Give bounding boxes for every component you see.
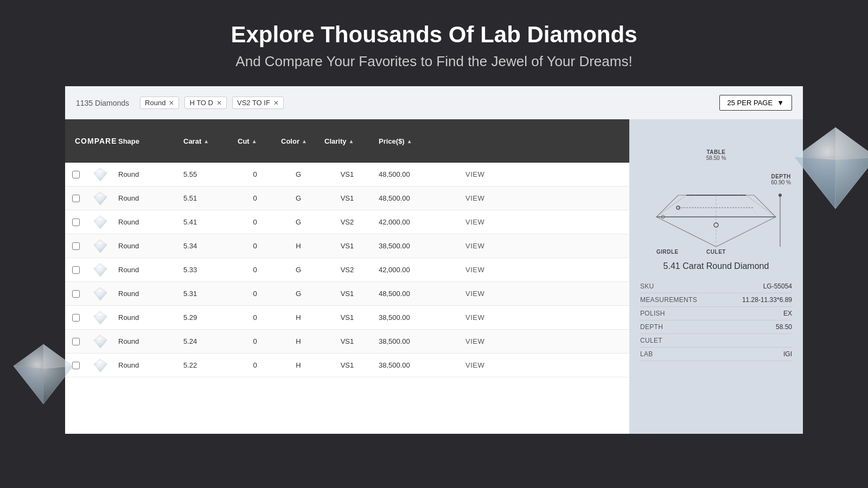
cut-header[interactable]: Cut ▲ <box>233 129 277 154</box>
color-cell: H <box>277 356 320 375</box>
clarity-filter-tag[interactable]: VS2 TO IF ✕ <box>232 97 284 109</box>
carat-cell: 5.22 <box>179 356 233 375</box>
view-link[interactable]: VIEW <box>465 194 484 202</box>
cut-cell: 0 <box>233 332 277 351</box>
view-cell: VIEW <box>461 332 515 351</box>
cut-cell: 0 <box>233 165 277 184</box>
view-cell: VIEW <box>461 165 515 184</box>
cut-sort-icon: ▲ <box>252 138 257 144</box>
table-row: Round 5.22 0 H VS1 38,500.00 VIEW <box>65 354 629 377</box>
sub-title: And Compare Your Favorites to Find the J… <box>11 53 857 70</box>
cut-cell: 0 <box>233 260 277 279</box>
view-link[interactable]: VIEW <box>465 361 484 369</box>
view-link[interactable]: VIEW <box>465 242 484 250</box>
row-checkbox[interactable] <box>72 171 80 178</box>
carat-header[interactable]: Carat ▲ <box>179 129 233 154</box>
clarity-cell: VS1 <box>320 236 374 255</box>
svg-marker-27 <box>656 195 776 217</box>
shape-header-label: Shape <box>118 137 139 145</box>
svg-marker-48 <box>795 157 835 209</box>
view-cell: VIEW <box>461 284 515 303</box>
row-checkbox[interactable] <box>72 290 80 298</box>
color-header[interactable]: Color ▲ <box>277 129 320 154</box>
svg-marker-1 <box>100 168 107 174</box>
clarity-filter-close[interactable]: ✕ <box>273 99 279 107</box>
color-filter-label: H TO D <box>189 99 213 107</box>
shape-cell: Round <box>114 332 179 351</box>
shape-cell: Round <box>114 189 179 208</box>
clarity-cell: VS1 <box>320 356 374 375</box>
carat-cell: 5.29 <box>179 308 233 327</box>
table-row: Round 5.29 0 H VS1 38,500.00 VIEW <box>65 306 629 330</box>
icon-header-cell <box>87 132 114 150</box>
clarity-filter-label: VS2 TO IF <box>237 99 270 107</box>
compare-button[interactable]: COMPARE <box>69 128 82 154</box>
view-cell: VIEW <box>461 260 515 279</box>
color-cell: G <box>277 165 320 184</box>
spec-label: LAB <box>640 350 653 358</box>
carat-header-label: Carat <box>183 137 201 145</box>
color-cell: H <box>277 332 320 351</box>
spec-value: EX <box>783 310 792 317</box>
view-link[interactable]: VIEW <box>465 218 484 226</box>
row-checkbox-cell <box>65 309 87 327</box>
diamond-icon-cell <box>87 358 114 373</box>
svg-marker-13 <box>100 263 107 269</box>
diamond-decoration-left <box>11 342 76 407</box>
row-checkbox[interactable] <box>72 195 80 202</box>
row-checkbox[interactable] <box>72 314 80 322</box>
table-header: COMPARE Shape Carat ▲ Cut ▲ Color ▲ <box>65 119 629 163</box>
cut-cell: 0 <box>233 308 277 327</box>
diamond-icon-cell <box>87 334 114 349</box>
diamond-icon-cell <box>87 262 114 278</box>
price-sort-icon: ▲ <box>407 138 412 144</box>
carat-cell: 5.55 <box>179 165 233 184</box>
carat-cell: 5.24 <box>179 332 233 351</box>
color-cell: G <box>277 284 320 303</box>
view-link[interactable]: VIEW <box>465 266 484 274</box>
row-checkbox[interactable] <box>72 266 80 274</box>
round-filter-close[interactable]: ✕ <box>169 99 174 107</box>
row-checkbox[interactable] <box>72 242 80 250</box>
table-diagram-label: TABLE 58.50 % <box>706 149 726 161</box>
view-cell: VIEW <box>461 308 515 327</box>
diamond-icon-cell <box>87 191 114 206</box>
round-filter-tag[interactable]: Round ✕ <box>140 97 179 109</box>
diamond-decoration-right <box>792 125 868 211</box>
per-page-button[interactable]: 25 PER PAGE ▼ <box>719 95 792 111</box>
diamond-row-icon <box>93 310 108 325</box>
clarity-header-label: Clarity <box>324 137 346 145</box>
clarity-header[interactable]: Clarity ▲ <box>320 129 374 154</box>
svg-marker-7 <box>100 215 107 221</box>
price-header[interactable]: Price($) ▲ <box>374 129 461 154</box>
cut-header-label: Cut <box>238 137 250 145</box>
row-checkbox-cell <box>65 237 87 255</box>
row-checkbox[interactable] <box>72 219 80 226</box>
view-link[interactable]: VIEW <box>465 290 484 298</box>
view-cell: VIEW <box>461 236 515 255</box>
view-link[interactable]: VIEW <box>465 313 484 322</box>
row-checkbox-cell <box>65 189 87 208</box>
view-cell: VIEW <box>461 356 515 375</box>
color-filter-tag[interactable]: H TO D ✕ <box>184 97 227 109</box>
diamond-icon-cell <box>87 286 114 301</box>
clarity-cell: VS1 <box>320 165 374 184</box>
diamonds-count: 1135 Diamonds <box>76 99 129 107</box>
diamond-row-icon <box>93 286 108 301</box>
spec-label: SKU <box>640 282 654 290</box>
spec-label: DEPTH <box>640 323 663 331</box>
clarity-sort-icon: ▲ <box>348 138 354 144</box>
color-header-label: Color <box>281 137 299 145</box>
svg-marker-47 <box>835 127 868 160</box>
view-link[interactable]: VIEW <box>465 170 484 178</box>
table-body: Round 5.55 0 G VS1 48,500.00 VIEW <box>65 163 629 449</box>
spec-label: MEASUREMENTS <box>640 296 697 304</box>
color-filter-close[interactable]: ✕ <box>216 99 222 107</box>
compare-header-cell: COMPARE <box>65 119 87 163</box>
round-filter-label: Round <box>145 99 165 107</box>
main-container: 1135 Diamonds Round ✕ H TO D ✕ VS2 TO IF… <box>65 86 803 434</box>
cut-cell: 0 <box>233 356 277 375</box>
view-cell: VIEW <box>461 213 515 232</box>
view-link[interactable]: VIEW <box>465 337 484 345</box>
price-cell: 38,500.00 <box>374 356 461 375</box>
